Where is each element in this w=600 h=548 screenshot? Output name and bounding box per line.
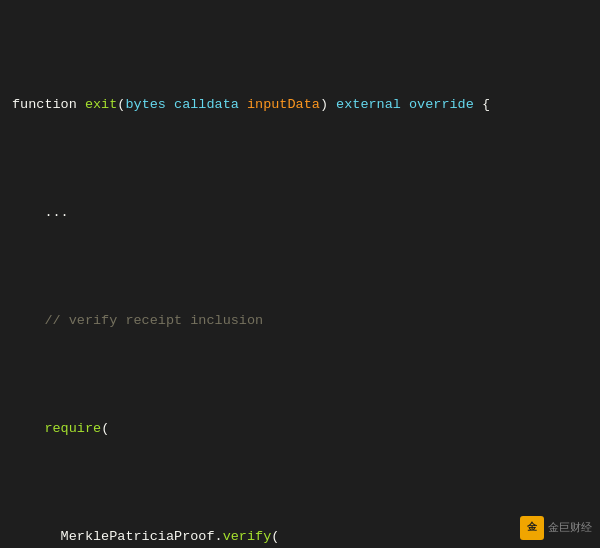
code-container: function exit(bytes calldata inputData) … xyxy=(0,0,600,548)
watermark-logo: 金 xyxy=(520,516,544,540)
code-line-2: ... xyxy=(0,202,600,224)
code-line-1: function exit(bytes calldata inputData) … xyxy=(0,94,600,116)
code-line-3: // verify receipt inclusion xyxy=(0,310,600,332)
watermark-logo-text: 金 xyxy=(527,520,537,536)
watermark: 金 金巨财经 xyxy=(520,516,592,540)
watermark-site-text: 金巨财经 xyxy=(548,519,592,537)
code-line-4: require( xyxy=(0,418,600,440)
code-line-5: MerklePatriciaProof.verify( xyxy=(0,526,600,548)
